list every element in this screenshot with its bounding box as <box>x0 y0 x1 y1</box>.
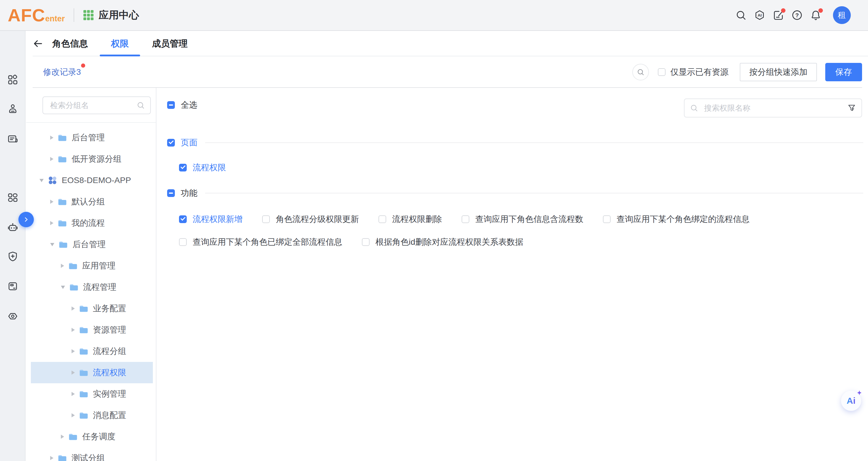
caret-right-icon[interactable] <box>50 157 54 161</box>
tree-item[interactable]: 测试分组 <box>31 447 153 461</box>
permission-search-input[interactable] <box>684 98 862 118</box>
news-document-icon[interactable] <box>7 133 19 145</box>
tree-item[interactable]: 默认分组 <box>31 191 153 212</box>
caret-right-icon[interactable] <box>50 200 54 204</box>
back-arrow-icon[interactable] <box>33 38 43 49</box>
tree-item[interactable]: 流程分组 <box>31 340 153 362</box>
afcenter-logo[interactable]: AFCenter <box>8 5 65 26</box>
feedback-edit-icon[interactable] <box>773 9 784 21</box>
tree-item[interactable]: 流程管理 <box>31 276 153 298</box>
robot-icon[interactable] <box>7 222 19 233</box>
select-all-row[interactable]: 全选 <box>167 100 197 110</box>
tree-item[interactable]: 消息配置 <box>31 405 153 426</box>
caret-down-icon[interactable] <box>50 243 54 246</box>
folder-icon <box>69 284 79 291</box>
icon-sidebar <box>0 31 26 461</box>
folder-icon <box>58 198 67 205</box>
caret-right-icon[interactable] <box>71 392 75 396</box>
tenant-avatar[interactable]: 租 <box>833 6 851 24</box>
permission-item[interactable]: 查询应用下角色信息含流程数 <box>462 213 583 225</box>
tree-item[interactable]: 后台管理 <box>31 127 153 148</box>
tree-item[interactable]: 任务调度 <box>31 426 153 447</box>
caret-right-icon[interactable] <box>71 370 75 375</box>
only-existing-checkbox[interactable] <box>658 68 665 76</box>
page-section-checkbox[interactable] <box>167 139 175 146</box>
group-search-input[interactable] <box>42 96 151 114</box>
caret-right-icon[interactable] <box>61 435 64 439</box>
tree-item[interactable]: 业务配置 <box>31 298 153 319</box>
tab-权限[interactable]: 权限 <box>111 31 129 56</box>
page-permission-list: 流程权限 <box>179 163 226 173</box>
folder-icon <box>69 433 78 440</box>
folder-icon <box>58 455 67 461</box>
change-log-link[interactable]: 修改记录3 <box>43 66 81 78</box>
permission-item[interactable]: 根据角色id删除对应流程权限关系表数据 <box>362 236 523 248</box>
caret-right-icon[interactable] <box>61 264 64 268</box>
permission-item[interactable]: 角色流程分级权限更新 <box>262 213 359 225</box>
tree-item[interactable]: 我的流程 <box>31 212 153 234</box>
caret-right-icon[interactable] <box>50 456 54 460</box>
tree-item[interactable]: EOS8-DEMO-APP <box>31 170 153 191</box>
tree-item[interactable]: 实例管理 <box>31 383 153 405</box>
ai-assistant-fab[interactable]: Ai <box>841 391 861 411</box>
search-icon[interactable] <box>735 9 747 21</box>
caret-right-icon[interactable] <box>71 413 75 418</box>
header-divider <box>73 8 74 22</box>
function-section-checkbox[interactable] <box>167 189 175 197</box>
caret-down-icon[interactable] <box>61 286 65 289</box>
permission-item[interactable]: 流程权限新增 <box>179 213 243 225</box>
permission-item[interactable]: 流程权限 <box>179 162 226 173</box>
tree-item-label: 低开资源分组 <box>71 153 121 165</box>
notification-bell-icon[interactable] <box>810 9 822 21</box>
permission-item[interactable]: 查询应用下某个角色绑定的流程信息 <box>603 213 749 225</box>
quick-add-by-group-button[interactable]: 按分组快速添加 <box>740 63 817 81</box>
permission-checkbox[interactable] <box>179 216 187 223</box>
tree-item[interactable]: 应用管理 <box>31 255 153 276</box>
user-stamp-icon[interactable] <box>7 103 19 114</box>
ai-assistant-icon[interactable]: AI <box>754 9 765 21</box>
permission-item[interactable]: 流程权限删除 <box>378 213 442 225</box>
caret-right-icon[interactable] <box>50 221 54 225</box>
panel-collapse-handle[interactable] <box>19 212 34 227</box>
permission-checkbox[interactable] <box>378 216 386 223</box>
tab-成员管理[interactable]: 成员管理 <box>152 31 188 56</box>
permission-item[interactable]: 查询应用下某个角色已绑定全部流程信息 <box>179 236 342 248</box>
widgets-icon[interactable] <box>7 192 19 203</box>
folder-icon <box>79 390 88 398</box>
save-button[interactable]: 保存 <box>825 63 862 81</box>
tree-item-label: 流程分组 <box>93 345 126 357</box>
caret-right-icon[interactable] <box>71 328 75 332</box>
tree-item[interactable]: 低开资源分组 <box>31 148 153 170</box>
permission-checkbox[interactable] <box>179 238 187 246</box>
shield-plus-icon[interactable] <box>7 251 19 262</box>
detail-tabbar: 角色信息权限成员管理 <box>26 31 868 56</box>
permission-checkbox[interactable] <box>362 238 370 246</box>
caret-down-icon[interactable] <box>39 179 44 182</box>
tree-item-label: 流程权限 <box>93 367 126 378</box>
archive-box-icon[interactable] <box>7 281 19 292</box>
tree-item[interactable]: 流程权限 <box>31 362 153 383</box>
permission-checkbox[interactable] <box>462 216 469 223</box>
tree-item-label: 业务配置 <box>93 303 126 314</box>
permission-checkbox[interactable] <box>603 216 611 223</box>
notification-dot <box>818 8 823 13</box>
tree-item[interactable]: 后台管理 <box>31 234 153 255</box>
toolbar-search-button[interactable] <box>632 64 649 80</box>
caret-right-icon[interactable] <box>50 136 54 140</box>
only-existing-resources-toggle[interactable]: 仅显示已有资源 <box>658 66 728 78</box>
tree-item[interactable]: 资源管理 <box>31 319 153 340</box>
permission-checkbox[interactable] <box>262 216 270 223</box>
permission-checkbox[interactable] <box>179 164 187 171</box>
apps-icon[interactable] <box>7 74 19 86</box>
select-all-checkbox[interactable] <box>167 101 175 109</box>
tab-角色信息[interactable]: 角色信息 <box>52 31 88 56</box>
notification-dot <box>781 8 785 13</box>
ai-fab-text: Ai <box>847 396 856 406</box>
tree-item-label: 测试分组 <box>71 452 105 461</box>
caret-right-icon[interactable] <box>71 306 75 310</box>
caret-right-icon[interactable] <box>71 349 75 353</box>
eye-hexagon-icon[interactable] <box>7 310 19 322</box>
filter-icon[interactable] <box>847 103 856 112</box>
folder-icon <box>58 220 67 227</box>
help-icon[interactable]: ? <box>792 9 803 21</box>
